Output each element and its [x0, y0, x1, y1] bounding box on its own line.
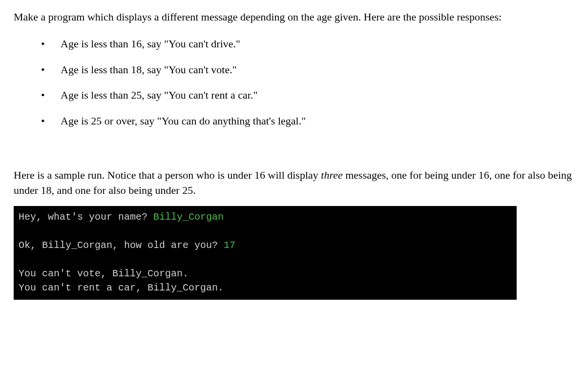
- rule-item: Age is 25 or over, say "You can do anyth…: [37, 114, 572, 129]
- terminal-output-line: You can't rent a car, Billy_Corgan.: [19, 282, 224, 293]
- intro-paragraph: Make a program which displays a differen…: [14, 10, 572, 25]
- terminal-output: Hey, what's your name? Billy_Corgan Ok, …: [14, 206, 517, 300]
- rule-item: Age is less than 25, say "You can't rent…: [37, 88, 572, 103]
- terminal-prompt: Hey, what's your name?: [19, 211, 153, 223]
- terminal-blank-line: [19, 252, 512, 267]
- sample-run-note: Here is a sample run. Notice that a pers…: [14, 168, 572, 198]
- terminal-user-input: 17: [224, 240, 235, 251]
- rules-list: Age is less than 16, say "You can't driv…: [14, 37, 572, 129]
- sample-note-italic: three: [321, 169, 342, 181]
- terminal-blank-line: [19, 224, 512, 238]
- terminal-output-line: You can't vote, Billy_Corgan.: [19, 268, 188, 279]
- sample-note-pre: Here is a sample run. Notice that a pers…: [14, 169, 321, 181]
- terminal-user-input: Billy_Corgan: [153, 211, 224, 223]
- rule-item: Age is less than 16, say "You can't driv…: [37, 37, 572, 52]
- terminal-prompt: Ok, Billy_Corgan, how old are you?: [19, 240, 224, 251]
- rule-item: Age is less than 18, say "You can't vote…: [37, 62, 572, 78]
